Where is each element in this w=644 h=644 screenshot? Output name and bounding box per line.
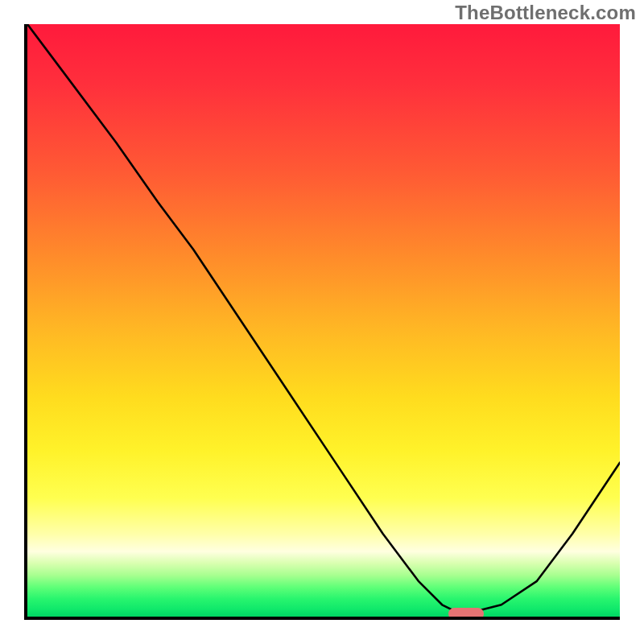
chart-curve-path	[27, 24, 620, 611]
optimal-range-marker	[448, 608, 484, 620]
watermark-text: TheBottleneck.com	[455, 2, 636, 24]
chart-curve	[27, 24, 620, 617]
chart-plot-area	[24, 24, 620, 620]
